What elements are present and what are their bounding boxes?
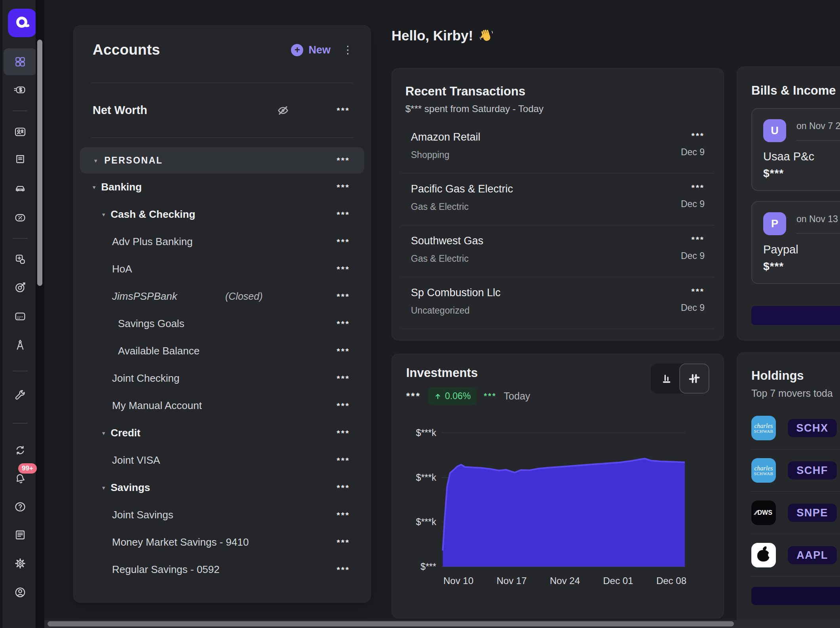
group-label: PERSONAL [105, 155, 163, 166]
hide-balances-toggle[interactable] [276, 104, 290, 117]
recent-transactions-card: Recent Transactions $*** spent from Satu… [391, 68, 724, 341]
notification-badge: 99+ [18, 463, 37, 474]
wrench-tools-icon [14, 389, 27, 402]
change-amount-masked: *** [484, 392, 496, 401]
holdings-title: Holdings [751, 369, 840, 383]
account-row-cash-checking[interactable]: ▾ Cash & Checking *** [74, 201, 371, 228]
profile-icon [14, 586, 27, 599]
holding-row-snpe[interactable]: ∕∕DWS SNPE [737, 492, 840, 534]
account-row-my-manual-account[interactable]: My Manual Account *** [74, 392, 371, 419]
account-row-money-market-savings[interactable]: Money Market Savings - 9410 *** [74, 529, 371, 556]
horizontal-scrollbar-thumb[interactable] [48, 621, 734, 626]
chevron-down-icon: ▾ [102, 430, 105, 436]
payment-card-icon [14, 310, 27, 323]
transaction-row[interactable]: Amazon Retail Shopping *** Dec 9 [392, 122, 724, 173]
apple-logo [751, 543, 776, 567]
horizontal-scrollbar-track[interactable] [44, 620, 840, 628]
masked-value: *** [336, 183, 350, 192]
account-row-regular-savings[interactable]: Regular Savings - 0592 *** [74, 556, 371, 583]
account-label: My Manual Account [112, 400, 202, 412]
transaction-row[interactable]: Southwest Gas Gas & Electric *** Dec 9 [392, 225, 724, 277]
sidebar-item-vehicles[interactable] [2, 176, 38, 201]
ticker-pill[interactable]: SCHX [788, 419, 837, 437]
transaction-merchant: Pacific Gas & Electric [411, 183, 513, 195]
holding-row-schx[interactable]: charlesSCHWAB SCHX [737, 407, 840, 449]
masked-value: *** [336, 265, 350, 274]
transaction-category: Uncategorized [411, 305, 501, 316]
vertical-scrollbar-thumb[interactable] [37, 40, 42, 286]
bills-income-card: Bills & Income U on Nov 7 202 Usaa P&c $… [737, 67, 840, 341]
bill-date: on Nov 13 20 [796, 214, 840, 224]
bar-chart-icon [661, 373, 673, 384]
account-row-joint-checking[interactable]: Joint Checking *** [74, 365, 371, 392]
account-label: Savings [111, 481, 150, 494]
sidebar-item-contacts[interactable] [2, 119, 38, 145]
dashboard-grid-icon [14, 55, 27, 68]
bill-date: on Nov 7 202 [796, 121, 840, 131]
sidebar-item-copy-add[interactable] [2, 247, 38, 272]
ticker-pill[interactable]: SCHF [788, 461, 837, 480]
sidebar-item-tools[interactable] [2, 383, 38, 408]
sidebar-item-goals[interactable] [2, 275, 38, 300]
holding-row-schf[interactable]: charlesSCHWAB SCHF [737, 449, 840, 491]
ticker-pill[interactable]: SNPE [788, 504, 837, 522]
holding-row-aapl[interactable]: AAPL [737, 534, 840, 576]
sidebar-item-dashboard[interactable] [2, 49, 38, 74]
account-row-savings[interactable]: ▾ Savings *** [74, 474, 371, 501]
rail-divider [13, 423, 28, 424]
account-row-savings-goals[interactable]: Savings Goals *** [74, 310, 371, 337]
masked-summary-bar [751, 306, 840, 325]
masked-value: *** [336, 538, 350, 547]
account-row-available-balance[interactable]: Available Balance *** [74, 337, 371, 365]
transaction-row[interactable]: Pacific Gas & Electric Gas & Electric **… [392, 173, 724, 225]
sidebar-item-planning[interactable] [2, 333, 38, 358]
masked-value: *** [336, 374, 350, 383]
new-account-button[interactable]: + New [291, 44, 331, 56]
bill-item-paypal[interactable]: P on Nov 13 20 Paypal $*** [751, 201, 840, 284]
sidebar-item-cash-flow[interactable] [2, 77, 38, 103]
bills-title: Bills & Income [751, 84, 840, 98]
masked-value: *** [336, 292, 350, 301]
transaction-row[interactable]: Sp Combustion Llc Uncategorized *** Dec … [392, 277, 724, 329]
ticker-pill[interactable]: AAPL [788, 546, 837, 564]
sidebar-item-sync[interactable] [2, 438, 38, 463]
sidebar-item-help[interactable] [2, 494, 38, 520]
masked-value: *** [336, 346, 350, 356]
sidebar-item-news[interactable] [2, 522, 38, 548]
account-label: Joint Savings [112, 509, 173, 521]
account-row-joint-savings[interactable]: Joint Savings *** [74, 501, 371, 529]
rail-divider [13, 110, 28, 111]
masked-value: *** [336, 456, 350, 465]
net-worth-label: Net Worth [93, 104, 147, 117]
account-row-hoa[interactable]: HoA *** [74, 255, 371, 283]
account-row-joint-visa[interactable]: Joint VISA *** [74, 447, 371, 474]
transaction-category: Gas & Electric [411, 202, 513, 212]
candlestick-toggle-button[interactable] [679, 363, 709, 394]
account-row-banking[interactable]: ▾ Banking *** [74, 173, 371, 201]
receipt-icon [14, 153, 27, 166]
holdings-card: Holdings Top 7 movers toda charlesSCHWAB… [737, 352, 840, 620]
account-row-credit[interactable]: ▾ Credit *** [74, 419, 371, 447]
masked-summary-bar [751, 587, 840, 605]
sidebar-item-settings[interactable] [2, 551, 38, 576]
sidebar-item-receipts[interactable] [2, 147, 38, 172]
rail-divider [13, 238, 28, 239]
accounts-menu-button[interactable]: ⋮ [342, 45, 353, 55]
percent-offer-icon [14, 211, 27, 224]
account-row-jimspspbank[interactable]: JimsPSPBank (Closed) *** [74, 283, 371, 310]
transaction-merchant: Sp Combustion Llc [411, 287, 501, 299]
account-label: Banking [101, 181, 142, 193]
bill-item-usaa[interactable]: U on Nov 7 202 Usaa P&c $*** [751, 108, 840, 191]
rail-divider [13, 371, 28, 371]
charles-schwab-logo: charlesSCHWAB [751, 416, 776, 440]
account-row-adv-plus-banking[interactable]: Adv Plus Banking *** [74, 228, 371, 255]
masked-value: *** [336, 156, 350, 165]
new-account-label: New [308, 44, 331, 56]
sidebar-item-payments[interactable] [2, 304, 38, 329]
sidebar-item-profile[interactable] [2, 580, 38, 605]
bar-chart-toggle-button[interactable] [654, 363, 679, 394]
app-logo[interactable] [8, 9, 36, 37]
sidebar-item-offers[interactable] [2, 205, 38, 230]
vertical-scrollbar-track[interactable] [36, 0, 44, 628]
account-group-personal[interactable]: ▾ PERSONAL *** [80, 147, 364, 173]
